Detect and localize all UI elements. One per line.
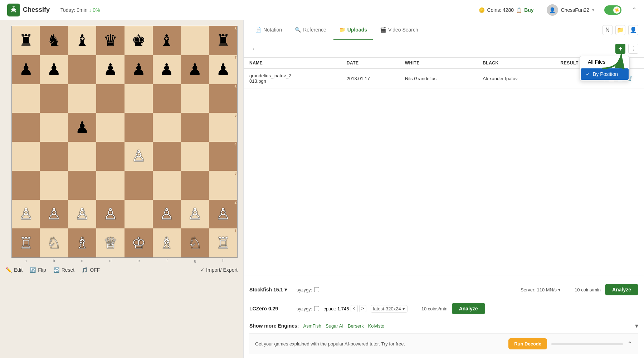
tab-video-search[interactable]: 🎬 Video Search	[374, 20, 424, 40]
square-h1[interactable]: 1♖	[209, 228, 237, 257]
square-c7[interactable]	[68, 55, 96, 84]
expand-engines-button[interactable]: ▾	[635, 322, 638, 330]
all-files-option[interactable]: All Files	[580, 56, 629, 68]
syzygy-checkbox-1[interactable]	[314, 287, 319, 292]
collapse-button[interactable]: ⌃	[631, 6, 637, 14]
flip-button[interactable]: 🔄 Flip	[30, 267, 46, 273]
user-extra-icon[interactable]: 👤	[628, 25, 638, 35]
tab-reference[interactable]: 🔍 Reference	[289, 20, 332, 40]
square-d7[interactable]: ♟	[96, 55, 125, 84]
syzygy-checkbox-2[interactable]	[314, 306, 319, 311]
square-g6[interactable]	[181, 84, 209, 113]
square-h5[interactable]: 5	[209, 113, 237, 142]
square-e8[interactable]: ♚	[125, 26, 153, 55]
user-chevron-icon[interactable]: ▾	[592, 8, 594, 13]
square-c3[interactable]	[68, 171, 96, 200]
square-c4[interactable]	[68, 142, 96, 171]
buy-button[interactable]: Buy	[524, 7, 533, 13]
square-c5[interactable]: ♟	[68, 113, 96, 142]
square-f8[interactable]: ♝	[153, 26, 181, 55]
square-e3[interactable]	[125, 171, 153, 200]
square-f4[interactable]	[153, 142, 181, 171]
engine-koivisto[interactable]: Koivisto	[368, 323, 385, 329]
cpuct-decrease-button[interactable]: <	[351, 305, 358, 312]
square-d1[interactable]: ♕	[96, 228, 125, 257]
chess-board[interactable]: ♜♞♝♛♚♝8♜♟♟♟♟♟♟7♟6♟5♙43♙♙♙♙♙♙2♙♖♘♗♕♔♗♘1♖	[11, 26, 238, 258]
square-d5[interactable]	[96, 113, 125, 142]
model-select[interactable]: latest-320x24 ▾	[371, 305, 408, 313]
square-b5[interactable]	[40, 113, 68, 142]
square-e4[interactable]: ♙	[125, 142, 153, 171]
square-f6[interactable]	[153, 84, 181, 113]
tab-uploads[interactable]: 📁 Uploads	[333, 20, 373, 40]
tab-notation[interactable]: 📄 Notation	[249, 20, 288, 40]
server-chevron-icon[interactable]: ▾	[558, 287, 561, 292]
sound-button[interactable]: 🎵 OFF	[82, 267, 100, 273]
engine-asmfish[interactable]: AsmFish	[303, 323, 321, 329]
square-a2[interactable]: ♙	[12, 200, 40, 229]
collapse-decode-button[interactable]: ⌃	[627, 340, 633, 348]
logo[interactable]: Chessify	[7, 4, 50, 16]
square-d3[interactable]	[96, 171, 125, 200]
square-b2[interactable]: ♙	[40, 200, 68, 229]
filter-button[interactable]: ⋮	[628, 44, 638, 54]
cpuct-increase-button[interactable]: >	[359, 305, 366, 312]
analyze-button-2[interactable]: Analyze	[452, 303, 485, 314]
square-b8[interactable]: ♞	[40, 26, 68, 55]
square-d2[interactable]: ♙	[96, 200, 125, 229]
folder-extra-icon[interactable]: 📁	[615, 25, 625, 35]
stockfish-chevron-icon[interactable]: ▾	[284, 287, 287, 292]
square-e7[interactable]: ♟	[125, 55, 153, 84]
square-b6[interactable]	[40, 84, 68, 113]
square-f5[interactable]	[153, 113, 181, 142]
square-g3[interactable]	[181, 171, 209, 200]
square-g5[interactable]	[181, 113, 209, 142]
square-c8[interactable]: ♝	[68, 26, 96, 55]
square-b1[interactable]: ♘	[40, 228, 68, 257]
square-e2[interactable]	[125, 200, 153, 229]
add-file-button[interactable]: +	[615, 44, 625, 54]
square-a8[interactable]: ♜	[12, 26, 40, 55]
square-g4[interactable]	[181, 142, 209, 171]
square-g1[interactable]: ♘	[181, 228, 209, 257]
run-decode-button[interactable]: Run Decode	[508, 338, 547, 349]
square-a6[interactable]	[12, 84, 40, 113]
square-g8[interactable]	[181, 26, 209, 55]
reset-button[interactable]: ↩️ Reset	[53, 267, 75, 273]
square-f7[interactable]: ♟	[153, 55, 181, 84]
notation-extra-icon[interactable]: N	[602, 25, 613, 35]
square-f3[interactable]	[153, 171, 181, 200]
square-a5[interactable]	[12, 113, 40, 142]
square-h4[interactable]: 4	[209, 142, 237, 171]
square-g7[interactable]: ♟	[181, 55, 209, 84]
square-h8[interactable]: 8♜	[209, 26, 237, 55]
square-h3[interactable]: 3	[209, 171, 237, 200]
dark-mode-toggle[interactable]: ☀️	[604, 5, 621, 15]
square-d8[interactable]: ♛	[96, 26, 125, 55]
analyze-button-1[interactable]: Analyze	[605, 284, 638, 295]
square-b7[interactable]: ♟	[40, 55, 68, 84]
square-g2[interactable]: ♙	[181, 200, 209, 229]
square-e6[interactable]	[125, 84, 153, 113]
square-h2[interactable]: 2♙	[209, 200, 237, 229]
square-a3[interactable]	[12, 171, 40, 200]
square-c2[interactable]: ♙	[68, 200, 96, 229]
square-e1[interactable]: ♔	[125, 228, 153, 257]
square-b4[interactable]	[40, 142, 68, 171]
square-a4[interactable]	[12, 142, 40, 171]
import-export-button[interactable]: ✓ Import/ Export	[200, 267, 238, 273]
square-c1[interactable]: ♗	[68, 228, 96, 257]
square-b3[interactable]	[40, 171, 68, 200]
edit-button[interactable]: ✏️ Edit	[6, 267, 23, 273]
square-h6[interactable]: 6	[209, 84, 237, 113]
engine-sugarai[interactable]: Sugar AI	[326, 323, 343, 329]
square-e5[interactable]	[125, 113, 153, 142]
square-a7[interactable]: ♟	[12, 55, 40, 84]
back-button[interactable]: ←	[249, 44, 259, 54]
by-position-option[interactable]: ✓ By Position	[581, 68, 629, 80]
square-f2[interactable]: ♙	[153, 200, 181, 229]
square-h7[interactable]: 7♟	[209, 55, 237, 84]
square-a1[interactable]: ♖	[12, 228, 40, 257]
square-d4[interactable]	[96, 142, 125, 171]
square-c6[interactable]	[68, 84, 96, 113]
